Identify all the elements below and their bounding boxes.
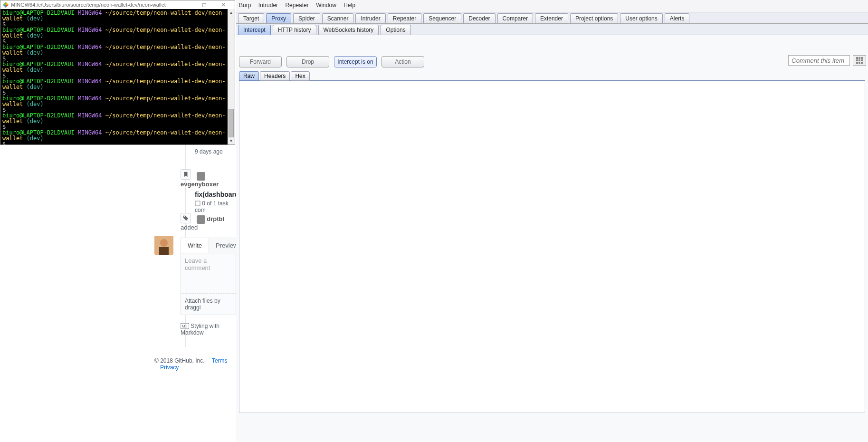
terminal-title: MINGW64:/c/Users/biuro/source/temp/neon-… <box>11 2 176 8</box>
svg-rect-16 <box>856 62 858 64</box>
tab-sequencer[interactable]: Sequencer <box>423 13 461 23</box>
burp-main-tabs: TargetProxySpiderScannerIntruderRepeater… <box>236 12 868 24</box>
svg-rect-0 <box>195 201 200 206</box>
viewtab-hex[interactable]: Hex <box>291 71 309 81</box>
svg-rect-17 <box>858 62 860 64</box>
commit-title[interactable]: fix(dashboard <box>195 191 238 198</box>
scroll-up-arrow[interactable]: ▲ <box>228 9 235 16</box>
svg-marker-8 <box>3 5 6 8</box>
tab-intruder[interactable]: Intruder <box>355 13 385 23</box>
label-action-text: added <box>181 224 198 231</box>
menu-burp[interactable]: Burp <box>239 2 251 9</box>
svg-rect-18 <box>861 62 863 64</box>
username-link[interactable]: evgenyboxer <box>181 181 219 188</box>
avatar <box>197 172 205 181</box>
comment-composer: Write Preview Leave a comment Attach fil… <box>181 238 238 336</box>
terminal-scrollbar[interactable]: ▲ ▼ <box>228 9 235 144</box>
minimize-button[interactable]: — <box>176 1 195 8</box>
svg-rect-12 <box>861 57 863 59</box>
menu-repeater[interactable]: Repeater <box>285 2 308 9</box>
color-grid-icon[interactable] <box>853 55 866 66</box>
forward-button[interactable]: Forward <box>239 56 282 67</box>
tab-comparer[interactable]: Comparer <box>497 13 533 23</box>
timeline-item-commit: evgenyboxer fix(dashboard 0 of 1 task co… <box>181 169 238 213</box>
subtab-options[interactable]: Options <box>381 25 410 35</box>
tab-scanner[interactable]: Scanner <box>322 13 354 23</box>
github-page-fragment: 9 days ago evgenyboxer fix(dashboard 0 o… <box>0 143 238 442</box>
mingw-terminal-window: MINGW64:/c/Users/biuro/source/temp/neon-… <box>0 0 235 145</box>
svg-text:M↓: M↓ <box>182 324 187 328</box>
scroll-down-arrow[interactable]: ▼ <box>228 137 235 144</box>
timeline-item-label: drptbl added <box>181 213 238 231</box>
svg-rect-3 <box>159 247 169 255</box>
avatar <box>197 215 205 224</box>
current-user-avatar[interactable] <box>154 236 173 255</box>
burp-intercept-panel: Forward Drop Intercept is on Action RawH… <box>236 35 868 442</box>
drop-button[interactable]: Drop <box>286 56 329 67</box>
burp-view-tabs: RawHeadersHex <box>239 71 865 81</box>
viewtab-headers[interactable]: Headers <box>260 71 290 81</box>
intercept-toggle-button[interactable]: Intercept is on <box>334 56 377 67</box>
menu-intruder[interactable]: Intruder <box>258 2 278 9</box>
comment-input[interactable] <box>788 55 850 66</box>
tab-project-options[interactable]: Project options <box>570 13 618 23</box>
action-button[interactable]: Action <box>382 56 424 67</box>
tab-alerts[interactable]: Alerts <box>665 13 690 23</box>
terminal-app-icon <box>2 1 9 8</box>
request-editor[interactable] <box>239 80 865 413</box>
svg-rect-11 <box>858 57 860 59</box>
bookmark-icon <box>181 169 191 180</box>
tag-icon <box>181 213 191 223</box>
comment-textarea[interactable]: Leave a comment <box>181 253 236 293</box>
svg-point-2 <box>160 239 168 247</box>
tab-repeater[interactable]: Repeater <box>388 13 421 23</box>
maximize-button[interactable]: ◻ <box>195 1 214 8</box>
svg-rect-13 <box>856 59 858 61</box>
close-button[interactable]: ✕ <box>214 1 233 8</box>
attach-hint[interactable]: Attach files by draggi <box>181 293 236 315</box>
svg-marker-9 <box>6 5 9 8</box>
menu-window[interactable]: Window <box>316 2 336 9</box>
tab-proxy[interactable]: Proxy <box>266 13 291 23</box>
tab-spider[interactable]: Spider <box>293 13 320 23</box>
markdown-hint[interactable]: M↓ Styling with Markdow <box>181 323 238 336</box>
svg-marker-7 <box>6 2 9 5</box>
username-link[interactable]: drptbl <box>207 215 224 222</box>
tab-extender[interactable]: Extender <box>535 13 568 23</box>
scroll-thumb[interactable] <box>229 109 234 137</box>
tab-target[interactable]: Target <box>238 13 264 23</box>
menu-help[interactable]: Help <box>343 2 355 9</box>
github-footer: © 2018 GitHub, Inc. Terms Privacy <box>154 357 238 371</box>
terminal-output[interactable]: biuro@LAPTOP-D2LDVAUI MINGW64 ~/source/t… <box>0 9 235 144</box>
footer-copyright: © 2018 GitHub, Inc. <box>154 357 205 364</box>
burp-sub-tabs: InterceptHTTP historyWebSockets historyO… <box>236 24 868 35</box>
subtab-websockets-history[interactable]: WebSockets history <box>318 25 379 35</box>
footer-terms-link[interactable]: Terms <box>212 357 228 364</box>
task-progress: 0 of 1 task com <box>195 200 238 213</box>
svg-rect-10 <box>856 57 858 59</box>
subtab-http-history[interactable]: HTTP history <box>273 25 316 35</box>
subtab-intercept[interactable]: Intercept <box>238 25 271 35</box>
svg-rect-15 <box>861 59 863 61</box>
commit-timestamp: 9 days ago <box>195 148 223 155</box>
tab-write[interactable]: Write <box>181 238 209 253</box>
svg-rect-14 <box>858 59 860 61</box>
viewtab-raw[interactable]: Raw <box>239 71 259 81</box>
composer-tabs: Write Preview <box>181 238 238 253</box>
burp-menu-bar: Burp Intruder Repeater Window Help <box>236 0 868 12</box>
tab-decoder[interactable]: Decoder <box>463 13 495 23</box>
terminal-title-bar[interactable]: MINGW64:/c/Users/biuro/source/temp/neon-… <box>0 0 235 9</box>
tab-user-options[interactable]: User options <box>620 13 662 23</box>
burp-suite-window: Burp Intruder Repeater Window Help Targe… <box>236 0 868 442</box>
footer-privacy-link[interactable]: Privacy <box>160 364 179 371</box>
